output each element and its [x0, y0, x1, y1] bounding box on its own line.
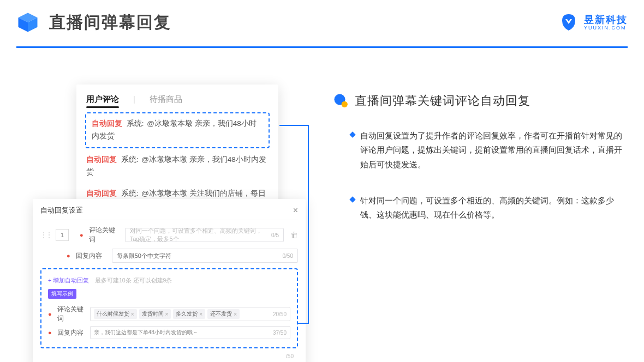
- add-autoreply-link[interactable]: + 增加自动回复: [48, 277, 89, 283]
- example-keyword-box: 什么时候发货×发货时间×多久发货×还不发货× 20/50: [90, 307, 290, 321]
- comment-row: 自动回复 系统: @冰墩墩本墩 亲亲，我们48小时内发货: [86, 149, 269, 183]
- add-autoreply-hint: 最多可建10条 还可以创建9条: [95, 277, 172, 283]
- tab-pending-products[interactable]: 待播商品: [150, 94, 182, 105]
- example-tag-chip: 多久发货×: [173, 309, 205, 319]
- tab-user-comments[interactable]: 用户评论: [86, 94, 119, 105]
- bullet-item: 针对同一个问题，可设置多个相近的、高频的关键词。例如：这款多少钱、这块能优惠吗、…: [350, 194, 622, 222]
- cube-icon: [16, 11, 39, 34]
- required-dot: ●: [80, 232, 84, 238]
- page-title: 直播间弹幕回复: [49, 11, 171, 34]
- trailing-counter: /50: [286, 353, 294, 359]
- example-label-reply: 回复内容: [57, 328, 86, 337]
- example-reply-box: 亲，我们这边都是下单48小时内发货的哦～ 37/50: [90, 326, 290, 339]
- keyword-input[interactable]: 对同一个问题，可设置多个相近、高频的关键词，Tag确定，最多5个 0/5: [125, 228, 284, 242]
- bullet-item: 自动回复设置为了提升作者的评论回复效率，作者可在开播前针对常见的评论用户问题，提…: [350, 129, 622, 172]
- brand-name-cn: 昱新科技: [584, 15, 628, 25]
- close-icon[interactable]: ×: [293, 206, 298, 215]
- delete-icon[interactable]: 🗑: [290, 231, 298, 239]
- tab-divider: |: [133, 94, 135, 105]
- example-tag-chip: 发货时间×: [139, 309, 171, 319]
- label-keyword: 评论关键词: [89, 226, 121, 244]
- bullet-text-1: 自动回复设置为了提升作者的评论回复效率，作者可在开播前针对常见的评论用户问题，提…: [360, 129, 622, 172]
- brand-name-en: YUUXIN.COM: [584, 26, 628, 31]
- autoreply-settings-panel: 自动回复设置 × ⋮⋮ 1 ● 评论关键词 对同一个问题，可设置多个相近、高频的…: [33, 199, 306, 362]
- drag-handle-icon[interactable]: ⋮⋮: [40, 231, 51, 239]
- example-badge: 填写示例: [48, 289, 76, 299]
- example-section: + 增加自动回复 最多可建10条 还可以创建9条 填写示例 ● 评论关键词 什么…: [40, 268, 298, 348]
- label-reply: 回复内容: [76, 251, 108, 261]
- example-label-keyword: 评论关键词: [57, 305, 86, 323]
- settings-title: 自动回复设置: [40, 206, 83, 215]
- section-title: 直播间弹幕关键词评论自动回复: [355, 93, 530, 109]
- chat-bubbles-icon: [333, 93, 349, 109]
- auto-reply-badge: 自动回复: [92, 119, 122, 128]
- row-number: 1: [56, 229, 69, 241]
- system-label: 系统:: [127, 119, 144, 128]
- bullet-text-2: 针对同一个问题，可设置多个相近的、高频的关键词。例如：这款多少钱、这块能优惠吗、…: [360, 194, 622, 222]
- diamond-bullet-icon: [349, 196, 355, 202]
- diamond-bullet-icon: [349, 131, 355, 137]
- header-divider: [16, 46, 628, 48]
- comment-row-highlighted: 自动回复 系统: @冰墩墩本墩 亲亲，我们48小时内发货: [85, 112, 270, 148]
- example-tag-chip: 还不发货×: [207, 309, 240, 319]
- reply-input[interactable]: 每条限50个中文字符 0/50: [112, 249, 298, 263]
- example-tag-chip: 什么时候发货×: [94, 309, 137, 319]
- brand-block: 昱新科技 YUUXIN.COM: [559, 13, 628, 32]
- brand-logo-icon: [559, 13, 579, 32]
- svg-point-5: [342, 101, 348, 107]
